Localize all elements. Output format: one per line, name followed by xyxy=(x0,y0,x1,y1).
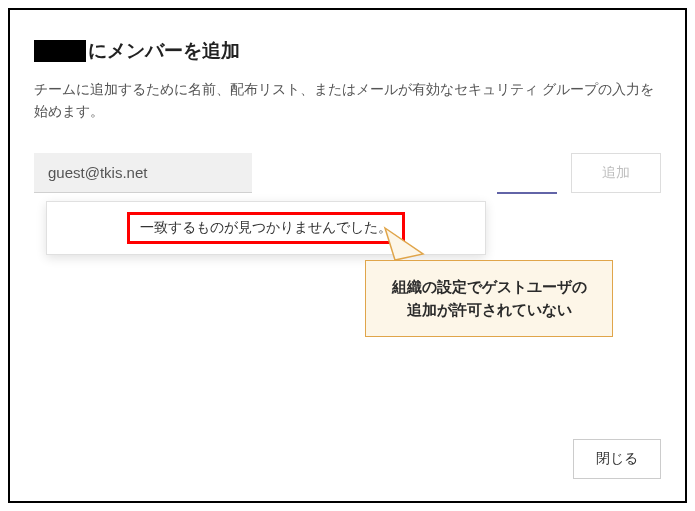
callout-line2: 追加が許可されていない xyxy=(407,301,572,318)
svg-marker-0 xyxy=(385,228,423,260)
dialog-frame: にメンバーを追加 チームに追加するために名前、配布リスト、またはメールが有効なセ… xyxy=(8,8,687,503)
dialog-subtitle: チームに追加するために名前、配布リスト、またはメールが有効なセキュリティ グルー… xyxy=(34,78,661,123)
close-button[interactable]: 閉じる xyxy=(573,439,661,479)
callout-pointer-icon xyxy=(377,226,437,262)
annotation-callout: 組織の設定でゲストユーザの 追加が許可されていない xyxy=(365,260,613,337)
add-button[interactable]: 追加 xyxy=(571,153,661,193)
add-member-input-row: 追加 xyxy=(34,153,661,193)
input-focus-underline xyxy=(497,192,557,194)
no-match-message: 一致するものが見つかりませんでした。 xyxy=(127,212,405,244)
member-search-input[interactable] xyxy=(34,153,252,193)
dialog-title: にメンバーを追加 xyxy=(88,38,240,64)
annotation-callout-box: 組織の設定でゲストユーザの 追加が許可されていない xyxy=(365,260,613,337)
search-input-wrapper xyxy=(34,153,557,193)
dialog-title-row: にメンバーを追加 xyxy=(34,38,661,64)
redacted-team-name xyxy=(34,40,86,62)
callout-line1: 組織の設定でゲストユーザの xyxy=(392,278,587,295)
